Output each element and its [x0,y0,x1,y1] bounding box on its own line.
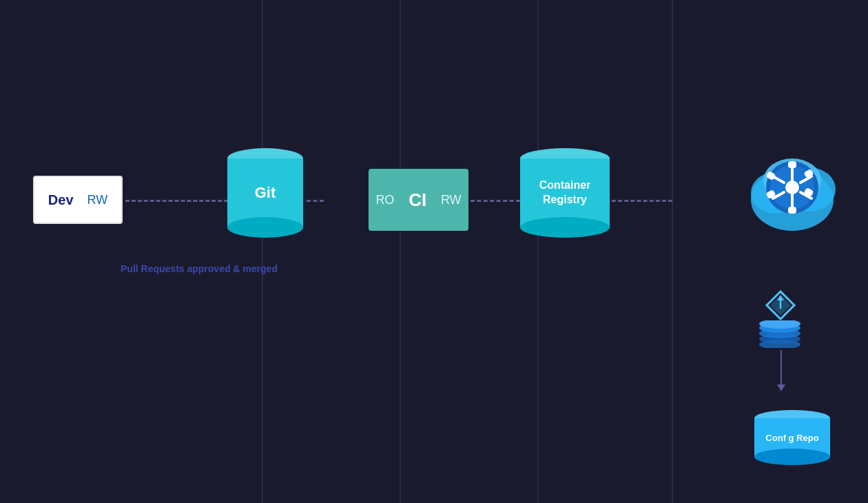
ci-box: RO CI RW [369,169,468,231]
git-label: Git [255,184,276,202]
svg-rect-14 [788,207,796,214]
lane-line-1 [262,0,263,503]
connector-git-ci [307,200,324,202]
lane-line-2 [400,0,401,503]
diagram-container: Dev RW Git RO CI RW ContainerRegistry [0,0,868,503]
lane-line-3 [537,0,539,503]
connector-dev-git [125,200,234,202]
config-repo-label: Conf g Repo [754,433,830,443]
connector-ci-registry [471,200,520,202]
dev-access-label: RW [87,193,108,207]
ci-read-access: RO [375,193,394,207]
upload-deploy-icon [763,288,798,325]
git-cylinder: Git [227,148,303,238]
dev-label: Dev [48,192,74,208]
stack-layers-icon [758,320,803,351]
dev-box: Dev RW [33,176,123,224]
vertical-arrow [777,350,785,391]
svg-point-6 [785,181,799,194]
config-repo-cylinder: Conf g Repo [754,410,830,465]
ci-label: CI [409,189,426,211]
kubernetes-icon [737,131,847,241]
registry-cylinder: ContainerRegistry [520,148,610,238]
ci-write-access: RW [441,193,462,207]
annotation-text: Pull Requests approved & merged [121,262,278,276]
lane-line-4 [672,0,673,503]
svg-rect-13 [788,161,796,168]
registry-label: ContainerRegistry [520,178,610,207]
connector-registry-k8s [612,200,672,202]
